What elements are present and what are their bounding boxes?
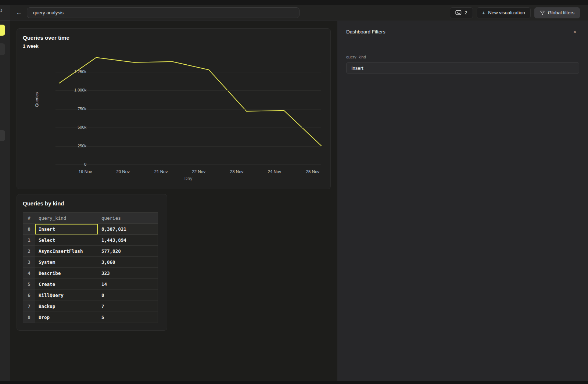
rail-divider [0,20,10,21]
table-row: 3System3,060 [23,257,158,268]
query-kind-cell[interactable]: System [35,257,98,268]
query-kind-cell[interactable]: Select [35,235,98,246]
dashboard-title-input[interactable] [27,7,300,18]
y-tick-label: 250k [61,144,86,148]
sql-console-button[interactable]: 2 [450,7,473,18]
query-kind-cell[interactable]: Create [35,279,98,290]
row-index-cell: 8 [23,312,35,323]
new-visualization-button[interactable]: + New visualization [477,7,531,18]
query-kind-cell[interactable]: Insert [35,224,98,235]
gridline [55,90,321,91]
queries-value-cell[interactable]: 7 [98,301,158,312]
gridline [55,146,321,147]
gridline [55,165,321,165]
table-row: 8Drop5 [23,312,158,323]
query-kind-cell[interactable]: Backup [35,301,98,312]
gridline [55,109,321,110]
table-column-header: query_kind [35,213,98,224]
query-kind-cell[interactable]: Describe [35,268,98,279]
table-column-header: # [23,213,35,224]
global-filters-label: Global filters [548,10,574,15]
row-index-cell: 5 [23,279,35,290]
history-icon[interactable]: ↻ [0,8,3,14]
toolbar: ← 2 + New visualization [10,5,588,21]
y-tick-label: 1 250k [61,69,86,74]
queries-value-cell[interactable]: 577,820 [98,246,158,257]
row-index-cell: 0 [23,224,35,235]
x-tick-label: 21 Nov [154,169,168,174]
y-tick-label: 500k [61,125,86,129]
table-row: 1Select1,443,894 [23,235,158,246]
filter-field-label: query_kind [346,55,579,59]
x-tick-label: 25 Nov [306,169,319,174]
table-title: Queries by kind [23,200,161,207]
query-kind-filter-input[interactable] [346,62,579,73]
x-tick-label: 24 Nov [268,169,281,174]
x-tick-label: 19 Nov [79,169,92,174]
chart-title: Queries over time [23,35,325,41]
plus-icon: + [482,10,485,15]
rail-item[interactable] [0,43,5,55]
global-filters-button[interactable]: Global filters [534,7,580,18]
queries-value-cell[interactable]: 5 [98,312,158,323]
queries-value-cell[interactable]: 8 [98,290,158,301]
y-tick-label: 1 000k [61,88,86,92]
table-row: 5Create14 [23,279,158,290]
queries-value-cell[interactable]: 1,443,894 [98,235,158,246]
back-button[interactable]: ← [15,8,24,17]
chart-subtitle: 1 week [23,43,325,49]
rail-item[interactable] [0,130,5,141]
queries-value-cell[interactable]: 323 [98,268,158,279]
queries-value-cell[interactable]: 14 [98,279,158,290]
row-index-cell: 3 [23,257,35,268]
row-index-cell: 2 [23,246,35,257]
rail-item-active[interactable] [0,25,5,36]
row-index-cell: 6 [23,290,35,301]
line-chart: Queries 0250k500k750k1 000k1 250k 19 Nov… [23,54,325,181]
query-kind-cell[interactable]: Drop [35,312,98,323]
row-index-cell: 4 [23,268,35,279]
x-axis-title: Day [184,176,192,181]
gridline [55,128,321,128]
close-icon[interactable]: × [573,29,576,35]
table-row: 4Describe323 [23,268,158,279]
query-kind-cell[interactable]: KillQuery [35,290,98,301]
table-row: 2AsyncInsertFlush577,820 [23,246,158,257]
table-row: 6KillQuery8 [23,290,158,301]
x-tick-label: 22 Nov [192,169,205,174]
dashboard-canvas: Queries over time 1 week Queries 0250k50… [10,21,337,381]
row-index-cell: 7 [23,301,35,312]
gridline [55,72,321,72]
console-icon [455,10,462,15]
table-row: 7Backup7 [23,301,158,312]
y-axis-title: Queries [35,92,39,107]
queries-value-cell[interactable]: 3,060 [98,257,158,268]
x-tick-label: 23 Nov [230,169,243,174]
left-rail: ↻ [0,5,10,381]
funnel-icon [540,10,545,15]
y-tick-label: 0 [61,162,86,166]
new-visualization-label: New visualization [488,10,525,15]
queries-by-kind-table: #query_kindqueries 0Insert8,307,0211Sele… [23,212,158,323]
panel-divider [337,45,588,45]
y-tick-label: 750k [61,107,86,111]
console-count: 2 [465,10,467,15]
window-bottom-strip [0,381,588,384]
row-index-cell: 1 [23,235,35,246]
queries-value-cell[interactable]: 8,307,021 [98,224,158,235]
table-row: 0Insert8,307,021 [23,224,158,235]
chart-card-queries-over-time: Queries over time 1 week Queries 0250k50… [17,28,331,189]
dashboard-filters-panel: Dashboard Filters × query_kind [337,21,588,381]
table-column-header: queries [98,213,158,224]
filters-panel-title: Dashboard Filters [346,29,386,35]
x-tick-label: 20 Nov [116,169,129,174]
plot-area [55,55,321,165]
table-card-queries-by-kind: Queries by kind #query_kindqueries 0Inse… [17,194,167,331]
window-top-strip [0,0,588,5]
query-kind-cell[interactable]: AsyncInsertFlush [35,246,98,257]
